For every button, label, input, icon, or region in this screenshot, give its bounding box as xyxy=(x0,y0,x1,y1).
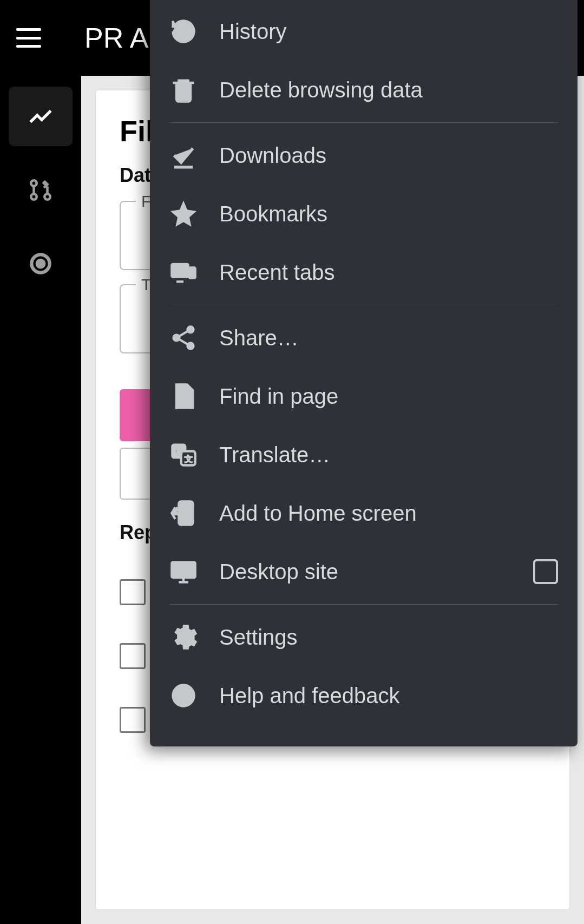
trash-icon xyxy=(169,76,198,104)
menu-item-desktop-site[interactable]: Desktop site xyxy=(150,542,578,601)
svg-rect-7 xyxy=(189,267,195,278)
add-to-home-icon xyxy=(169,499,198,527)
menu-item-help[interactable]: Help and feedback xyxy=(150,666,578,725)
target-icon xyxy=(27,250,54,277)
desktop-icon xyxy=(169,558,198,586)
nav-rail xyxy=(0,76,81,924)
menu-divider xyxy=(169,604,558,605)
desktop-site-checkbox[interactable] xyxy=(533,559,558,584)
menu-item-label: Find in page xyxy=(219,384,558,409)
svg-point-19 xyxy=(182,700,185,703)
checkbox-icon[interactable] xyxy=(120,579,146,605)
svg-point-4 xyxy=(37,260,44,267)
menu-item-translate[interactable]: G 文 Translate… xyxy=(150,425,578,484)
menu-item-label: Delete browsing data xyxy=(219,78,558,102)
star-icon xyxy=(169,200,198,228)
menu-item-history[interactable]: History xyxy=(150,2,578,61)
svg-point-9 xyxy=(173,335,180,342)
svg-text:G: G xyxy=(175,446,182,457)
help-icon xyxy=(169,681,198,710)
menu-item-label: Bookmarks xyxy=(219,202,558,226)
menu-item-label: Translate… xyxy=(219,443,558,467)
menu-item-delete-browsing-data[interactable]: Delete browsing data xyxy=(150,61,578,119)
checkbox-icon[interactable] xyxy=(120,707,146,733)
nav-item-pull-requests[interactable] xyxy=(9,160,73,220)
menu-item-label: Desktop site xyxy=(219,560,533,584)
history-icon xyxy=(169,17,198,45)
menu-divider xyxy=(169,305,558,305)
menu-item-settings[interactable]: Settings xyxy=(150,608,578,666)
menu-item-label: Downloads xyxy=(219,143,558,168)
pull-request-icon xyxy=(27,176,54,204)
svg-point-0 xyxy=(31,180,36,186)
svg-point-8 xyxy=(187,326,194,333)
svg-point-1 xyxy=(31,194,36,199)
analytics-icon xyxy=(27,103,54,130)
menu-item-label: Settings xyxy=(219,625,558,650)
menu-item-add-to-home[interactable]: Add to Home screen xyxy=(150,484,578,542)
menu-item-label: History xyxy=(219,19,558,44)
menu-item-label: Add to Home screen xyxy=(219,501,558,526)
menu-item-recent-tabs[interactable]: Recent tabs xyxy=(150,243,578,302)
download-done-icon xyxy=(169,141,198,169)
translate-icon: G 文 xyxy=(169,441,198,469)
nav-item-target[interactable] xyxy=(9,234,73,293)
menu-item-find-in-page[interactable]: Find in page xyxy=(150,367,578,425)
hamburger-menu-button[interactable] xyxy=(16,28,41,48)
recent-tabs-icon xyxy=(169,258,198,286)
menu-item-bookmarks[interactable]: Bookmarks xyxy=(150,185,578,243)
svg-point-2 xyxy=(44,194,50,199)
browser-overflow-menu: History Delete browsing data Downloads B… xyxy=(150,0,578,746)
nav-item-analytics[interactable] xyxy=(9,87,73,146)
menu-item-label: Recent tabs xyxy=(219,260,558,285)
menu-item-label: Help and feedback xyxy=(219,684,558,708)
menu-item-share[interactable]: Share… xyxy=(150,309,578,367)
checkbox-icon[interactable] xyxy=(120,643,146,669)
menu-divider xyxy=(169,122,558,123)
share-icon xyxy=(169,324,198,352)
menu-item-label: Share… xyxy=(219,326,558,350)
menu-item-downloads[interactable]: Downloads xyxy=(150,126,578,185)
svg-rect-17 xyxy=(172,562,195,578)
find-in-page-icon xyxy=(169,382,198,410)
svg-rect-6 xyxy=(172,264,188,277)
svg-text:文: 文 xyxy=(185,454,193,463)
svg-point-10 xyxy=(187,343,194,350)
gear-icon xyxy=(169,623,198,651)
